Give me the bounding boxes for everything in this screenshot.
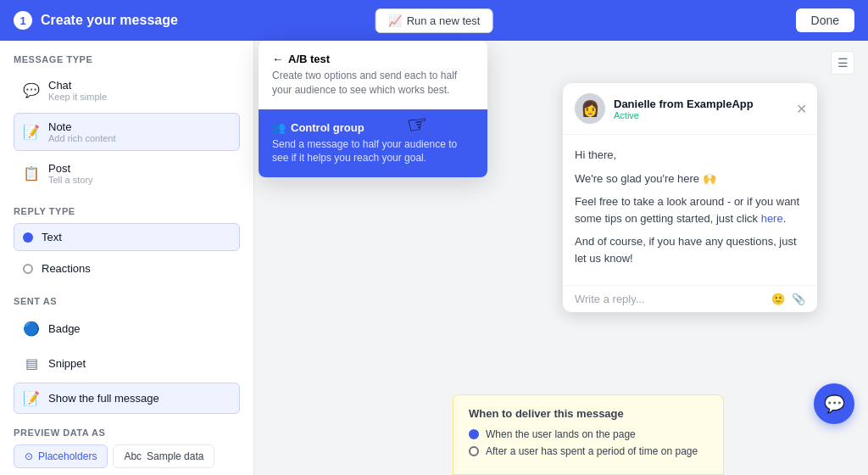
reply-type-text[interactable]: Text (14, 223, 240, 251)
chat-input[interactable]: Write a reply... (575, 293, 645, 305)
chat-icon: 💬 (23, 82, 40, 98)
note-icon: 📝 (23, 124, 40, 140)
dropdown-ab-test[interactable]: ← A/B test Create two options and send e… (259, 41, 487, 109)
control-group-icon: 👥 (272, 121, 286, 134)
preview-data-label: Preview data as (14, 428, 240, 438)
header: 1 Create your message 📈 Run a new test D… (0, 0, 868, 41)
delivery-title: When to deliver this message (469, 407, 708, 420)
full-message-icon: 📝 (23, 390, 40, 406)
control-group-desc: Send a message to half your audience to … (272, 137, 474, 166)
chat-sub: Keep it simple (48, 92, 107, 102)
snippet-icon: ▤ (23, 355, 40, 372)
chat-footer: Write a reply... 🙂 📎 (563, 285, 817, 312)
message-type-chat[interactable]: 💬 Chat Keep it simple (14, 71, 240, 109)
main-toolbar: ☰ (831, 51, 854, 75)
sample-data-button[interactable]: Abc Sample data (113, 444, 214, 468)
note-text: Note Add rich content (48, 120, 116, 143)
placeholders-label: Placeholders (38, 450, 97, 462)
badge-name: Badge (48, 322, 81, 335)
sent-as-full[interactable]: 📝 Show the full message (14, 383, 240, 414)
control-group-title: 👥 Control group (272, 121, 474, 134)
emoji-icon[interactable]: 🙂 (771, 293, 785, 305)
message-type-post[interactable]: 📋 Post Tell a story (14, 154, 240, 193)
attachment-icon[interactable]: 📎 (792, 293, 805, 305)
delivery-card: When to deliver this message When the us… (453, 394, 724, 475)
sample-data-label: Sample data (147, 450, 203, 462)
chat-preview-card: 👩 Danielle from ExampleApp Active ✕ Hi t… (563, 83, 817, 312)
chat-float-button[interactable]: 💬 (814, 383, 854, 424)
sent-as-badge[interactable]: 🔵 Badge (14, 313, 240, 344)
ab-test-title: ← A/B test (272, 53, 474, 65)
reply-type-label: Reply type (14, 206, 240, 216)
snippet-name: Snippet (48, 357, 86, 370)
chat-header-info: Danielle from ExampleApp Active (614, 98, 754, 120)
chat-name: Chat (48, 79, 107, 92)
dropdown-popup: ← A/B test Create two options and send e… (259, 41, 487, 177)
text-radio-filled (23, 232, 33, 243)
chat-text: Chat Keep it simple (48, 79, 107, 102)
reactions-label: Reactions (42, 262, 91, 275)
post-text: Post Tell a story (48, 162, 93, 185)
delivery-option-2[interactable]: After a user has spent a period of time … (469, 445, 708, 457)
sidebar: Message type 💬 Chat Keep it simple 📝 Not… (0, 41, 254, 475)
chat-message-3: Feel free to take a look around - or if … (575, 193, 805, 226)
delivery-option-1[interactable]: When the user lands on the page (469, 428, 708, 440)
avatar: 👩 (575, 93, 605, 124)
full-message-name: Show the full message (48, 392, 159, 405)
chat-body: Hi there, We're so glad you're here 🙌 Fe… (563, 135, 817, 285)
reactions-radio (23, 264, 33, 274)
post-sub: Tell a story (48, 175, 93, 185)
post-name: Post (48, 162, 93, 175)
abc-icon: Abc (124, 450, 142, 462)
chat-message-1: Hi there, (575, 147, 805, 164)
delivery-option-1-label: When the user lands on the page (486, 428, 636, 440)
badge-icon: 🔵 (23, 321, 40, 337)
chart-icon: 📈 (388, 14, 402, 27)
delivery-radio-1 (469, 429, 479, 439)
chat-footer-icons: 🙂 📎 (771, 293, 805, 305)
done-button[interactable]: Done (796, 8, 854, 32)
header-center: 📈 Run a new test (376, 8, 493, 33)
sent-as-snippet[interactable]: ▤ Snippet (14, 348, 240, 379)
reply-type-reactions[interactable]: Reactions (14, 254, 240, 282)
menu-icon[interactable]: ☰ (831, 51, 854, 75)
placeholders-icon: ⊙ (25, 450, 33, 462)
sent-as-label: Sent as (14, 296, 240, 306)
message-type-note[interactable]: 📝 Note Add rich content (14, 113, 240, 151)
dropdown-control-group[interactable]: 👥 Control group Send a message to half y… (259, 109, 487, 178)
message-type-label: Message type (14, 54, 240, 64)
ab-test-desc: Create two options and send each to half… (272, 69, 474, 98)
placeholders-button[interactable]: ⊙ Placeholders (14, 444, 108, 468)
header-left: 1 Create your message (14, 11, 178, 30)
close-icon[interactable]: ✕ (796, 101, 807, 117)
ab-test-icon: ← (272, 53, 283, 65)
agent-name: Danielle from ExampleApp (614, 98, 754, 110)
delivery-option-2-label: After a user has spent a period of time … (486, 445, 698, 457)
chat-header: 👩 Danielle from ExampleApp Active ✕ (563, 83, 817, 135)
chat-link[interactable]: here (761, 212, 783, 225)
run-test-button[interactable]: 📈 Run a new test (376, 8, 493, 33)
note-name: Note (48, 120, 116, 133)
note-sub: Add rich content (48, 133, 116, 143)
step-badge: 1 (14, 11, 32, 30)
agent-status: Active (614, 110, 754, 120)
preview-row: ⊙ Placeholders Abc Sample data (14, 444, 240, 468)
chat-message-2: We're so glad you're here 🙌 (575, 170, 805, 187)
text-label: Text (42, 231, 62, 243)
chat-message-4: And of course, if you have any questions… (575, 233, 805, 266)
page-title: Create your message (41, 13, 178, 28)
run-test-label: Run a new test (407, 14, 481, 27)
post-icon: 📋 (23, 165, 40, 182)
delivery-radio-2 (469, 446, 479, 456)
